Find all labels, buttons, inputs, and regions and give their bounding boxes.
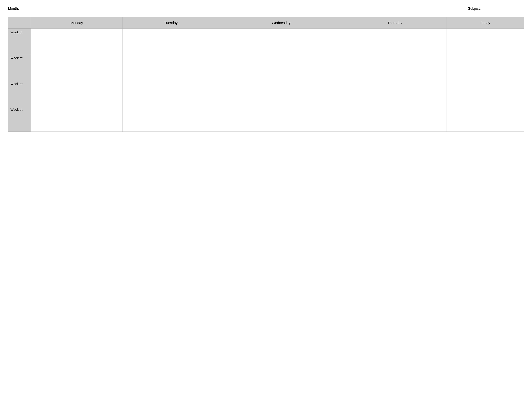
week-label-4: Week of: bbox=[8, 106, 31, 132]
week1-tuesday-cell[interactable] bbox=[123, 28, 219, 54]
week2-wednesday-cell[interactable] bbox=[219, 54, 343, 80]
week1-monday-cell[interactable] bbox=[31, 28, 123, 54]
calendar-table: Monday Tuesday Wednesday Thursday Friday… bbox=[8, 17, 524, 132]
subject-field: Subject: bbox=[468, 6, 524, 11]
header-row: Monday Tuesday Wednesday Thursday Friday bbox=[8, 17, 524, 28]
table-row: Week of: bbox=[8, 80, 524, 106]
table-row: Week of: bbox=[8, 54, 524, 80]
page-header: Month: Subject: bbox=[8, 6, 524, 11]
week1-friday-cell[interactable] bbox=[446, 28, 524, 54]
friday-header: Friday bbox=[446, 17, 524, 28]
week3-monday-cell[interactable] bbox=[31, 80, 123, 106]
week2-tuesday-cell[interactable] bbox=[123, 54, 219, 80]
week3-thursday-cell[interactable] bbox=[343, 80, 447, 106]
subject-input-line[interactable] bbox=[482, 7, 524, 10]
week3-friday-cell[interactable] bbox=[446, 80, 524, 106]
week3-tuesday-cell[interactable] bbox=[123, 80, 219, 106]
week1-wednesday-cell[interactable] bbox=[219, 28, 343, 54]
week2-thursday-cell[interactable] bbox=[343, 54, 447, 80]
week1-thursday-cell[interactable] bbox=[343, 28, 447, 54]
month-label: Month: bbox=[8, 6, 19, 11]
week2-friday-cell[interactable] bbox=[446, 54, 524, 80]
week4-tuesday-cell[interactable] bbox=[123, 106, 219, 132]
week4-friday-cell[interactable] bbox=[446, 106, 524, 132]
week3-wednesday-cell[interactable] bbox=[219, 80, 343, 106]
month-input-line[interactable] bbox=[20, 7, 62, 10]
month-field: Month: bbox=[8, 6, 62, 11]
thursday-header: Thursday bbox=[343, 17, 447, 28]
week2-monday-cell[interactable] bbox=[31, 54, 123, 80]
corner-header-cell bbox=[8, 17, 31, 28]
subject-label: Subject: bbox=[468, 6, 481, 11]
week-label-1: Week of: bbox=[8, 28, 31, 54]
week4-thursday-cell[interactable] bbox=[343, 106, 447, 132]
week4-wednesday-cell[interactable] bbox=[219, 106, 343, 132]
table-row: Week of: bbox=[8, 106, 524, 132]
tuesday-header: Tuesday bbox=[123, 17, 219, 28]
monday-header: Monday bbox=[31, 17, 123, 28]
table-row: Week of: bbox=[8, 28, 524, 54]
week-label-3: Week of: bbox=[8, 80, 31, 106]
week-label-2: Week of: bbox=[8, 54, 31, 80]
wednesday-header: Wednesday bbox=[219, 17, 343, 28]
week4-monday-cell[interactable] bbox=[31, 106, 123, 132]
